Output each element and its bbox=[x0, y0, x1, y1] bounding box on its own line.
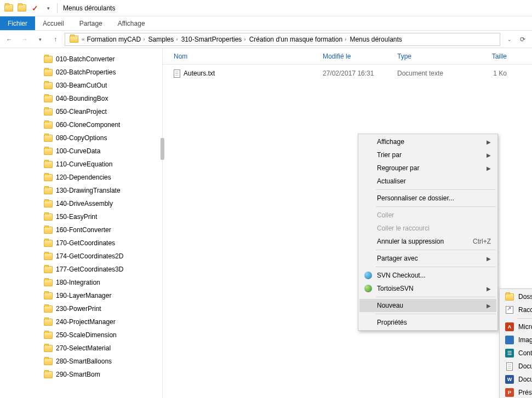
tree-item-label: 240-ProjectManager bbox=[56, 318, 116, 326]
breadcrumb-item-1[interactable]: Samples› bbox=[147, 36, 179, 43]
folder-icon bbox=[44, 56, 53, 63]
file-row[interactable]: Auteurs.txt 27/02/2017 16:31 Document te… bbox=[163, 67, 532, 80]
folder-icon bbox=[44, 200, 53, 207]
ctx-properties[interactable]: Propriétés bbox=[359, 316, 496, 329]
ctx-undo[interactable]: Annuler la suppressionCtrl+Z bbox=[359, 235, 496, 248]
new-bitmap[interactable]: Image bitmap bbox=[501, 333, 532, 347]
breadcrumb[interactable]: « Formation myCAD› Samples› 310-SmartPro… bbox=[65, 33, 500, 46]
tree-item[interactable]: 170-GetCoordinates bbox=[37, 237, 162, 250]
tree-item[interactable]: 270-SelectMaterial bbox=[37, 342, 162, 355]
tree-item[interactable]: 040-BoundingBox bbox=[37, 92, 162, 105]
ctx-tortoise[interactable]: TortoiseSVN▶ bbox=[359, 282, 496, 295]
bitmap-icon bbox=[505, 336, 514, 344]
breadcrumb-item-3[interactable]: Création d'un masque formation› bbox=[248, 36, 348, 43]
new-folder[interactable]: Dossier bbox=[501, 290, 532, 303]
col-type[interactable]: Type bbox=[393, 53, 473, 60]
col-name[interactable]: Nom bbox=[169, 53, 318, 60]
col-modified[interactable]: Modifié le bbox=[318, 53, 393, 60]
tree-item[interactable]: 020-BatchProperties bbox=[37, 66, 162, 79]
tree-item[interactable]: 177-GetCoordinates3D bbox=[37, 263, 162, 276]
new-word[interactable]: WDocument Microsoft Word bbox=[501, 373, 532, 386]
tree-item[interactable]: 010-BatchConverter bbox=[37, 53, 162, 66]
new-contact[interactable]: ☰Contact bbox=[501, 347, 532, 360]
main: 010-BatchConverter020-BatchProperties030… bbox=[0, 48, 532, 398]
tree-item-label: 250-ScaleDimension bbox=[56, 331, 117, 339]
tree-item[interactable]: 290-SmartBom bbox=[37, 368, 162, 381]
nav-back-button[interactable]: ← bbox=[3, 33, 15, 45]
qat-customize-icon[interactable]: ▾ bbox=[44, 4, 53, 13]
ctx-customize[interactable]: Personnaliser ce dossier... bbox=[359, 192, 496, 205]
ctx-refresh[interactable]: Actualiser bbox=[359, 175, 496, 188]
new-ppt[interactable]: PPrésentation Microsoft PowerPoint bbox=[501, 386, 532, 398]
folder-icon bbox=[44, 214, 53, 221]
folder-icon bbox=[44, 161, 53, 168]
breadcrumb-item-2[interactable]: 310-SmartProperties› bbox=[180, 36, 247, 43]
tortoise-icon bbox=[364, 285, 372, 292]
tree-item-label: 160-FontConverter bbox=[56, 226, 111, 234]
app-icon bbox=[4, 4, 13, 13]
breadcrumb-item-0[interactable]: Formation myCAD› bbox=[86, 36, 146, 43]
breadcrumb-item-4[interactable]: Menus déroulants bbox=[348, 36, 403, 43]
new-shortcut[interactable]: Raccourci bbox=[501, 303, 532, 316]
new-access[interactable]: AMicrosoft Access Base de données bbox=[501, 320, 532, 333]
tree-item[interactable]: 080-CopyOptions bbox=[37, 131, 162, 145]
tree-item[interactable]: 030-BeamCutOut bbox=[37, 79, 162, 92]
nav-up-button[interactable]: ↑ bbox=[49, 33, 61, 45]
tree-item-label: 110-CurveEquation bbox=[56, 160, 112, 168]
col-size[interactable]: Taille bbox=[473, 53, 511, 60]
tree-item-label: 020-BatchProperties bbox=[56, 68, 116, 76]
tree-item[interactable]: 230-PowerPrint bbox=[37, 302, 162, 315]
tree-item[interactable]: 050-CleanProject bbox=[37, 105, 162, 118]
tree-item[interactable]: 280-SmartBalloons bbox=[37, 355, 162, 368]
ctx-paste: Coller bbox=[359, 209, 496, 222]
tab-share[interactable]: Partage bbox=[72, 16, 110, 30]
breadcrumb-dropdown-button[interactable]: ⌄ bbox=[504, 33, 516, 45]
nav-tree[interactable]: 010-BatchConverter020-BatchProperties030… bbox=[0, 48, 162, 398]
chevron-right-icon[interactable]: « bbox=[82, 36, 85, 42]
file-type: Document texte bbox=[393, 70, 473, 77]
ctx-svn-checkout[interactable]: SVN Checkout... bbox=[359, 269, 496, 282]
column-headers[interactable]: Nom Modifié le Type Taille bbox=[163, 48, 532, 65]
tree-item[interactable]: 140-DriveAssembly bbox=[37, 197, 162, 210]
tree-item[interactable]: 100-CurveData bbox=[37, 145, 162, 158]
tree-item[interactable]: 130-DrawingTranslate bbox=[37, 184, 162, 197]
tree-item[interactable]: 110-CurveEquation bbox=[37, 158, 162, 171]
tree-item[interactable]: 150-EasyPrint bbox=[37, 210, 162, 223]
new-submenu: Dossier Raccourci AMicrosoft Access Base… bbox=[499, 289, 532, 398]
folder-icon bbox=[44, 266, 53, 273]
tab-home[interactable]: Accueil bbox=[35, 16, 72, 30]
tree-item[interactable]: 190-LayerManager bbox=[37, 289, 162, 302]
folder-icon bbox=[44, 332, 53, 339]
tree-item[interactable]: 250-ScaleDimension bbox=[37, 328, 162, 342]
folder-icon bbox=[44, 319, 53, 326]
tab-view[interactable]: Affichage bbox=[110, 16, 153, 30]
tree-item[interactable]: 160-FontConverter bbox=[37, 223, 162, 237]
folder-icon bbox=[44, 345, 53, 352]
tree-item-label: 230-PowerPrint bbox=[56, 305, 101, 313]
titlebar-separator bbox=[57, 3, 58, 13]
ctx-group[interactable]: Regrouper par▶ bbox=[359, 161, 496, 175]
folder-icon bbox=[44, 122, 53, 129]
qat-slot1-icon[interactable] bbox=[18, 4, 26, 13]
tab-file[interactable]: Fichier bbox=[0, 16, 35, 30]
tree-item[interactable]: 060-CloneComponent bbox=[37, 118, 162, 131]
tree-item[interactable]: 240-ProjectManager bbox=[37, 315, 162, 328]
qat-properties-icon[interactable]: ✓ bbox=[31, 4, 39, 13]
ctx-sort[interactable]: Trier par▶ bbox=[359, 148, 496, 161]
ctx-view[interactable]: Affichage▶ bbox=[359, 135, 496, 148]
nav-history-button[interactable]: ▾ bbox=[34, 33, 46, 45]
tree-item-label: 040-BoundingBox bbox=[56, 95, 108, 102]
refresh-button[interactable]: ⟳ bbox=[517, 33, 529, 45]
tree-item-label: 270-SelectMaterial bbox=[56, 344, 111, 352]
ctx-share[interactable]: Partager avec▶ bbox=[359, 252, 496, 265]
new-virtual[interactable]: Document virtuel bbox=[501, 360, 532, 373]
file-list[interactable]: Auteurs.txt 27/02/2017 16:31 Document te… bbox=[163, 65, 532, 82]
ctx-new[interactable]: Nouveau▶ bbox=[359, 299, 496, 312]
contact-icon: ☰ bbox=[505, 349, 514, 357]
tree-item-label: 140-DriveAssembly bbox=[56, 200, 113, 207]
tree-item[interactable]: 180-Integration bbox=[37, 276, 162, 289]
folder-icon bbox=[44, 187, 53, 194]
tree-item[interactable]: 120-Dependencies bbox=[37, 171, 162, 184]
content-pane[interactable]: Nom Modifié le Type Taille Auteurs.txt 2… bbox=[163, 48, 532, 398]
tree-item[interactable]: 174-GetCoordinates2D bbox=[37, 250, 162, 263]
